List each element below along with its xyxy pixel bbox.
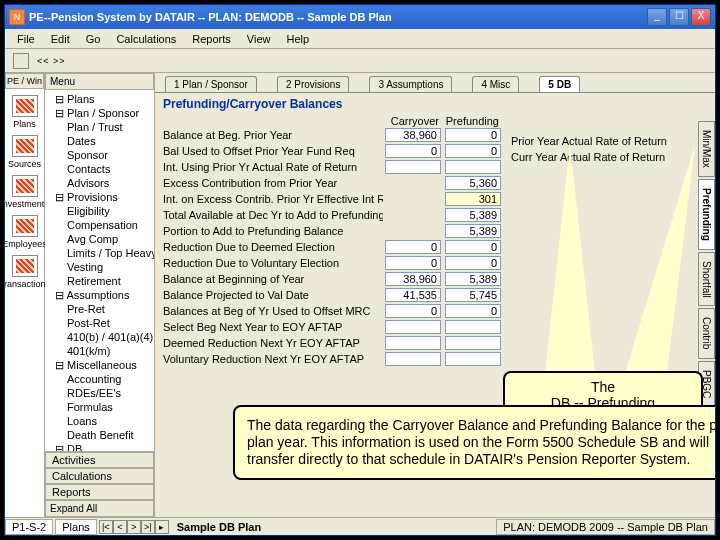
field-input[interactable]: 5,745 [445, 288, 501, 302]
menu-go[interactable]: Go [78, 31, 109, 47]
tree-item[interactable]: Retirement [47, 274, 152, 288]
field-input[interactable]: 41,535 [385, 288, 441, 302]
tree-item[interactable]: Accounting [47, 372, 152, 386]
field-input[interactable]: 0 [445, 144, 501, 158]
module-sources[interactable]: Sources [8, 135, 41, 169]
field-input[interactable]: 38,960 [385, 272, 441, 286]
menu-edit[interactable]: Edit [43, 31, 78, 47]
tree-item[interactable]: Formulas [47, 400, 152, 414]
field-input[interactable]: 0 [385, 144, 441, 158]
menu-help[interactable]: Help [279, 31, 318, 47]
app-icon: N [9, 9, 25, 25]
tab-activities[interactable]: Activities [45, 452, 154, 468]
tab-reports[interactable]: Reports [45, 484, 154, 500]
tree-item[interactable]: ⊟ Provisions [47, 190, 152, 204]
module-transactions[interactable]: Transactions [5, 255, 50, 289]
tree-item[interactable]: ⊟ DB [47, 442, 152, 451]
tab-provisions[interactable]: 2 Provisions [277, 76, 349, 92]
tree-item[interactable]: RDEs/EE's [47, 386, 152, 400]
tab-db[interactable]: 5 DB [539, 76, 580, 92]
rtab-prefunding[interactable]: Prefunding [698, 179, 715, 250]
module-plans[interactable]: Plans [12, 95, 38, 129]
menu-calculations[interactable]: Calculations [108, 31, 184, 47]
field-input[interactable]: 38,960 [385, 128, 441, 142]
field-input[interactable] [445, 352, 501, 366]
tree-item[interactable]: ⊟ Miscellaneous [47, 358, 152, 372]
field-input[interactable]: 0 [445, 240, 501, 254]
field-input[interactable]: 0 [385, 304, 441, 318]
field-label: Balance at Beginning of Year [163, 273, 383, 285]
minimize-button[interactable]: _ [647, 8, 667, 26]
field-input[interactable] [445, 160, 501, 174]
field-input[interactable] [445, 320, 501, 334]
toolbar-icon[interactable] [13, 53, 29, 69]
tab-assumptions[interactable]: 3 Assumptions [369, 76, 452, 92]
tree-item[interactable]: Compensation [47, 218, 152, 232]
menu-file[interactable]: File [9, 31, 43, 47]
tree-item[interactable]: Avg Comp [47, 232, 152, 246]
nav-more[interactable]: ▸ [155, 520, 169, 534]
field-label: Bal Used to Offset Prior Year Fund Req [163, 145, 383, 157]
maximize-button[interactable]: ☐ [669, 8, 689, 26]
tree-item[interactable]: ⊟ Plans [47, 92, 152, 106]
field-input[interactable]: 0 [385, 240, 441, 254]
right-tabs: Min/Max Prefunding Shortfall Contrib PBG… [698, 121, 715, 409]
menu-reports[interactable]: Reports [184, 31, 239, 47]
field-input[interactable] [385, 336, 441, 350]
tree-item[interactable]: Vesting [47, 260, 152, 274]
module-investments[interactable]: Investments [5, 175, 49, 209]
module-bar-header: PE / Win [5, 73, 44, 89]
field-input[interactable]: 5,360 [445, 176, 501, 190]
field-label: Int. on Excess Contrib. Prior Yr Effecti… [163, 193, 383, 205]
tree-item[interactable]: 410(b) / 401(a)(4) [47, 330, 152, 344]
field-input[interactable] [385, 352, 441, 366]
field-input[interactable] [385, 160, 441, 174]
tree-item[interactable]: Advisors [47, 176, 152, 190]
field-input[interactable] [445, 336, 501, 350]
field-input[interactable]: 301 [445, 192, 501, 206]
tree-item[interactable]: Limits / Top Heavy [47, 246, 152, 260]
tree-item[interactable]: ⊟ Assumptions [47, 288, 152, 302]
field-input[interactable]: 5,389 [445, 208, 501, 222]
tab-calculations[interactable]: Calculations [45, 468, 154, 484]
field-input[interactable]: 0 [445, 128, 501, 142]
tree-item[interactable]: Sponsor [47, 148, 152, 162]
tree-item[interactable]: Loans [47, 414, 152, 428]
status-footer: PLAN: DEMODB 2009 -- Sample DB Plan [496, 519, 715, 535]
field-input[interactable]: 0 [385, 256, 441, 270]
tree-item[interactable]: 401(k/m) [47, 344, 152, 358]
rtab-shortfall[interactable]: Shortfall [698, 252, 715, 307]
tree-item[interactable]: Dates [47, 134, 152, 148]
module-employees[interactable]: Employees [5, 215, 47, 249]
menubar: File Edit Go Calculations Reports View H… [5, 29, 715, 49]
nav-prev[interactable]: < [113, 520, 127, 534]
field-input[interactable]: 0 [445, 304, 501, 318]
tree-item[interactable]: Death Benefit [47, 428, 152, 442]
nav-first[interactable]: |< [99, 520, 113, 534]
field-input[interactable] [385, 320, 441, 334]
tree-item[interactable]: Pre-Ret [47, 302, 152, 316]
rtab-contrib[interactable]: Contrib [698, 308, 715, 358]
tree-item[interactable]: Eligibility [47, 204, 152, 218]
tree-item[interactable]: Post-Ret [47, 316, 152, 330]
rtab-minmax[interactable]: Min/Max [698, 121, 715, 177]
form-row: Reduction Due to Deemed Election00 [163, 239, 707, 255]
toolbar-nav[interactable]: << >> [37, 56, 66, 66]
toolbar: << >> [5, 49, 715, 73]
status-code: P1-S-2 [5, 519, 53, 535]
menu-view[interactable]: View [239, 31, 279, 47]
nav-next[interactable]: > [127, 520, 141, 534]
col-carryover: Carryover [383, 115, 443, 127]
field-input[interactable]: 5,389 [445, 224, 501, 238]
nav-last[interactable]: >| [141, 520, 155, 534]
tree-expand-all[interactable]: Expand All [45, 500, 154, 517]
field-input[interactable]: 5,389 [445, 272, 501, 286]
tab-misc[interactable]: 4 Misc [472, 76, 519, 92]
field-input[interactable]: 0 [445, 256, 501, 270]
tree-item[interactable]: ⊟ Plan / Sponsor [47, 106, 152, 120]
tree-item[interactable]: Plan / Trust [47, 120, 152, 134]
tree-item[interactable]: Contacts [47, 162, 152, 176]
tab-plan-sponsor[interactable]: 1 Plan / Sponsor [165, 76, 257, 92]
section-title: Prefunding/Carryover Balances [155, 93, 715, 115]
close-button[interactable]: X [691, 8, 711, 26]
